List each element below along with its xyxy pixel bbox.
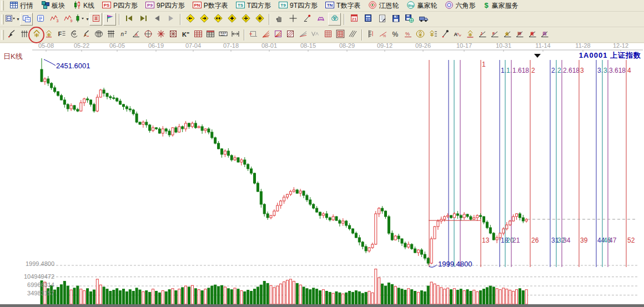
menu-winner-wheel[interactable]: Big赢家轮 xyxy=(402,0,441,12)
gold-under-button[interactable] xyxy=(464,28,476,42)
gold-grid-2-button[interactable] xyxy=(43,28,55,42)
circle-cross-button[interactable] xyxy=(142,28,154,42)
ruler-123-button[interactable]: 123 xyxy=(217,28,229,42)
toolbar-grip[interactable] xyxy=(1,30,4,40)
angle-ting-button[interactable]: 庭 xyxy=(526,28,539,42)
rays-button[interactable] xyxy=(297,28,309,42)
period-day-button[interactable]: ▼ xyxy=(6,13,19,26)
cross-mark-button[interactable] xyxy=(239,13,252,26)
restore-rights-button[interactable] xyxy=(89,13,102,26)
svg-text:1: 1 xyxy=(482,61,486,68)
percent-line-button[interactable]: % xyxy=(377,28,389,42)
svg-text:四: 四 xyxy=(542,32,546,36)
menu-gann-wheel[interactable]: 江恩轮 xyxy=(364,0,402,12)
next-page-button[interactable] xyxy=(164,13,177,26)
angle-a-button[interactable]: A xyxy=(130,28,142,42)
measure-tool-button[interactable] xyxy=(300,13,313,26)
ribbon-tool-button[interactable] xyxy=(314,13,327,26)
svg-text:2: 2 xyxy=(531,67,535,74)
crosshair-tool-button[interactable] xyxy=(286,13,299,26)
prev-page-button[interactable] xyxy=(150,13,163,26)
toolbar-grip[interactable] xyxy=(1,14,4,24)
hatch-lines-button[interactable] xyxy=(346,28,359,42)
fan-red-button[interactable] xyxy=(260,28,272,42)
a-wave-button[interactable]: A xyxy=(451,28,464,42)
menu-blocks[interactable]: 板块 xyxy=(37,0,69,12)
spiral-button[interactable] xyxy=(68,28,80,42)
wave-3-button[interactable]: 3 xyxy=(48,13,61,26)
menu-p-number[interactable]: PNP数字表 xyxy=(189,0,232,12)
hand-tool-button[interactable] xyxy=(273,13,285,26)
burst-mark-button[interactable] xyxy=(253,13,266,26)
price-scale-button[interactable] xyxy=(365,28,377,42)
hash-2-button[interactable] xyxy=(105,28,117,42)
notes-button[interactable] xyxy=(375,13,388,26)
toolbar-draw: Fn2AK"123%%%AJF金神庭四 xyxy=(0,27,644,43)
svg-text:K": K" xyxy=(182,31,189,37)
menu-quotes[interactable]: 行情 xyxy=(6,0,37,12)
pin-line-button[interactable] xyxy=(439,28,451,42)
angle-si-button[interactable]: 四 xyxy=(539,28,551,42)
menu-t9-square[interactable]: T99T四方形 xyxy=(275,0,321,12)
save-web-button[interactable] xyxy=(403,13,416,26)
data-transfer-button[interactable] xyxy=(417,13,430,26)
jump-right-button[interactable] xyxy=(198,13,210,26)
gann-hash-button[interactable] xyxy=(18,28,31,42)
first-page-button[interactable] xyxy=(123,13,135,26)
grid-red-button[interactable] xyxy=(322,28,334,42)
gold-circle-button[interactable] xyxy=(414,28,426,42)
angle-j-button[interactable]: J xyxy=(476,28,489,42)
last-page-button[interactable] xyxy=(137,13,149,26)
menu-kline[interactable]: K线 xyxy=(69,0,98,12)
volume-scale-1: 104949472 xyxy=(14,273,54,280)
star-mark-button[interactable] xyxy=(225,13,238,26)
hash-circle-button[interactable] xyxy=(93,28,105,42)
menu-p-square[interactable]: PSP四方形 xyxy=(98,0,142,12)
jump-left-button[interactable] xyxy=(184,13,197,26)
fan-box-button[interactable] xyxy=(272,28,284,42)
menu-winner-service[interactable]: $赢家服务 xyxy=(479,0,522,12)
wave-9-button[interactable]: 9 xyxy=(62,13,74,26)
info-list-button[interactable] xyxy=(34,13,47,26)
save-button[interactable] xyxy=(389,13,402,26)
h-measure-button[interactable] xyxy=(229,28,242,42)
zigzag-button[interactable] xyxy=(309,28,321,42)
k-quote-button[interactable]: K" xyxy=(179,28,192,42)
chart-canvas[interactable]: 05-0805-2206-0506-1907-0407-1808-0108-15… xyxy=(0,43,644,307)
grid-red-frame-button[interactable] xyxy=(192,28,204,42)
gold-grid-button[interactable] xyxy=(31,28,43,42)
angle-shen-button[interactable]: 神 xyxy=(514,28,526,42)
draw-flag-button[interactable] xyxy=(103,13,116,26)
gold-lines-button[interactable] xyxy=(427,28,439,42)
menu-t-square[interactable]: TST四方形 xyxy=(232,0,275,12)
expand-horizontal-button[interactable] xyxy=(212,13,224,26)
angle-f-button[interactable]: F xyxy=(489,28,501,42)
brush-button[interactable] xyxy=(6,28,18,42)
grid-dark-frame-button[interactable] xyxy=(204,28,217,42)
toolbar-grip[interactable] xyxy=(1,1,4,11)
candle-style-button[interactable]: ▼ xyxy=(76,13,88,26)
gold-circle-icon xyxy=(416,29,425,41)
percent-under-icon: % xyxy=(404,29,412,41)
calendar-button[interactable]: 21 xyxy=(348,13,360,26)
window-overlap-button[interactable] xyxy=(20,13,33,26)
grid-red-thick-button[interactable] xyxy=(334,28,346,42)
square-star-button[interactable] xyxy=(167,28,179,42)
menu-t-number[interactable]: TNT数字表 xyxy=(321,0,364,12)
cloud-tool-button[interactable] xyxy=(328,13,341,26)
f-lines-button[interactable]: F xyxy=(56,28,68,42)
svg-text:2.618: 2.618 xyxy=(563,67,580,74)
percent-button[interactable]: % xyxy=(389,28,401,42)
percent-under-button[interactable]: % xyxy=(402,28,414,42)
svg-text:%: % xyxy=(383,34,386,38)
fan-square-button[interactable] xyxy=(284,28,296,42)
menu-p9-square[interactable]: P99P四方形 xyxy=(142,0,189,12)
star-lines-button[interactable] xyxy=(155,28,167,42)
box-handles-button[interactable] xyxy=(247,28,259,42)
n-square-button[interactable]: n2 xyxy=(118,28,130,42)
brush-2-button[interactable] xyxy=(80,28,92,42)
price-scale-icon xyxy=(366,29,375,41)
angle-gold-button[interactable]: 金 xyxy=(501,28,514,42)
menu-hexagon[interactable]: 六角形 xyxy=(441,0,479,12)
calculator-button[interactable] xyxy=(361,13,374,26)
